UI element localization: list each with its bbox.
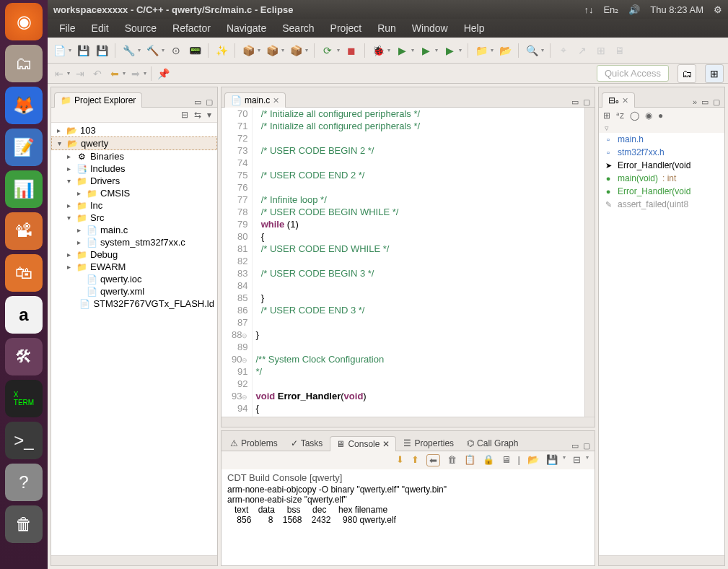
tree-item[interactable]: 📄qwerty.ioc: [51, 273, 217, 285]
switch-icon[interactable]: ⊟: [573, 454, 581, 466]
code-editor[interactable]: 70717273747576777879808182838485868788⊖8…: [222, 108, 584, 417]
xterm-icon[interactable]: XTERM: [5, 380, 43, 417]
tree-item[interactable]: ▸📁Inc: [51, 199, 217, 212]
tab-callgraph[interactable]: ⌬Call Graph: [461, 436, 524, 451]
scrollbar-v[interactable]: [584, 108, 595, 417]
scrollbar-h[interactable]: [222, 417, 595, 427]
tree-item[interactable]: ▸📁EWARM: [51, 261, 217, 273]
tree-item[interactable]: ▸📁Debug: [51, 248, 217, 261]
menu-run[interactable]: Run: [370, 20, 403, 36]
hide-nonpublic-icon[interactable]: ●: [658, 110, 663, 121]
language-icon[interactable]: En₂: [603, 4, 618, 15]
menu-file[interactable]: File: [52, 20, 83, 36]
software-center-icon[interactable]: 🛍: [5, 254, 43, 292]
files-icon[interactable]: 🗂: [5, 45, 43, 82]
toggle3-icon[interactable]: ⊞: [594, 43, 608, 58]
menu-window[interactable]: Window: [405, 20, 455, 36]
tree-item[interactable]: 📄qwerty.xml: [51, 285, 217, 297]
display-icon[interactable]: 🖥: [501, 454, 511, 466]
outline-item[interactable]: ●main(void) : int: [599, 172, 724, 185]
link-icon[interactable]: ⇆: [194, 110, 201, 120]
menu-source[interactable]: Source: [118, 20, 164, 36]
outline-item[interactable]: ▫stm32f7xx.h: [599, 146, 724, 159]
console-output[interactable]: CDT Build Console [qwerty] arm-none-eabi…: [222, 469, 595, 565]
new-icon[interactable]: 📄: [52, 43, 66, 58]
scroll-lock-icon[interactable]: 🔒: [483, 454, 494, 466]
maximize-icon[interactable]: ▢: [583, 441, 590, 451]
hide-fields-icon[interactable]: ◯: [630, 110, 639, 121]
settings-icon[interactable]: 🛠: [5, 338, 43, 375]
maximize-icon[interactable]: ▢: [713, 97, 720, 107]
outline-item[interactable]: ▫main.h: [599, 133, 724, 146]
save-all-icon[interactable]: 💾: [95, 43, 109, 58]
tree-item[interactable]: ▾📂qwerty: [51, 136, 217, 150]
debug-icon[interactable]: 🐞: [371, 43, 385, 58]
clear-icon[interactable]: 📋: [464, 454, 475, 466]
tab-properties[interactable]: ☰Properties: [398, 436, 460, 451]
stop-icon[interactable]: ◼: [344, 43, 359, 58]
amazon-icon[interactable]: a: [5, 296, 43, 334]
toggle1-icon[interactable]: ⌖: [556, 43, 571, 58]
ubuntu-dash-icon[interactable]: ◉: [5, 3, 43, 40]
outline-tree[interactable]: ▫main.h▫stm32f7xx.h➤Error_Handler(void●m…: [599, 133, 724, 555]
minimize-icon[interactable]: ▭: [571, 97, 579, 107]
quick-access-input[interactable]: Quick Access: [597, 65, 669, 82]
prev-console-icon[interactable]: ⬇: [396, 454, 404, 466]
toggle2-icon[interactable]: ↗: [575, 43, 589, 58]
collapse-all-icon[interactable]: ⊟: [181, 110, 188, 120]
wand-icon[interactable]: ✨: [214, 43, 229, 58]
build-icon[interactable]: 🔧: [121, 43, 136, 58]
open-perspective-icon[interactable]: 🗂: [677, 64, 696, 83]
tab-problems[interactable]: ⚠Problems: [224, 436, 284, 451]
save-console-icon[interactable]: 💾: [546, 454, 558, 466]
new-class-icon[interactable]: 📁: [474, 43, 488, 58]
help-icon[interactable]: ?: [5, 464, 43, 501]
sound-icon[interactable]: 🔊: [628, 4, 640, 15]
tree-item[interactable]: ▾📁Drivers: [51, 175, 217, 187]
menu-refactor[interactable]: Refactor: [165, 20, 218, 36]
c-perspective-icon[interactable]: ⊞: [705, 64, 724, 83]
scrollbar-h[interactable]: [599, 555, 724, 565]
open-type-icon[interactable]: 📂: [498, 43, 512, 58]
project-tree[interactable]: ▸📂103▾📂qwerty▸⚙Binaries▸📑Includes▾📁Drive…: [51, 123, 217, 555]
menu-help[interactable]: Help: [457, 20, 492, 36]
pin-console-icon[interactable]: ⬅: [426, 454, 440, 466]
prev-icon[interactable]: ↶: [90, 66, 105, 81]
toggle4-icon[interactable]: 🖥: [613, 43, 627, 58]
editor-tab-main-c[interactable]: 📄 main.c ✕: [224, 92, 286, 108]
trash-icon[interactable]: 🗑: [5, 505, 43, 543]
firefox-icon[interactable]: 🦊: [5, 87, 43, 124]
menu-project[interactable]: Project: [323, 20, 369, 36]
view-menu-icon[interactable]: ▾: [207, 110, 211, 120]
clock[interactable]: Thu 8:23 AM: [650, 4, 703, 15]
run-icon[interactable]: ▶: [395, 43, 409, 58]
menu-edit[interactable]: Edit: [84, 20, 116, 36]
tree-item[interactable]: ▸📂103: [51, 124, 217, 136]
libreoffice-writer-icon[interactable]: 📝: [5, 129, 43, 166]
save-icon[interactable]: 💾: [76, 43, 90, 58]
box1-icon[interactable]: 📦: [241, 43, 255, 58]
outline-item[interactable]: ●Error_Handler(void: [599, 185, 724, 198]
tree-item[interactable]: ▸📄main.c: [51, 224, 217, 236]
next-console-icon[interactable]: ⬆: [411, 454, 419, 466]
maximize-icon[interactable]: ▢: [206, 97, 213, 107]
search-icon[interactable]: 🔍: [525, 43, 539, 58]
tab-console[interactable]: 🖥Console ✕: [330, 436, 396, 451]
tree-item[interactable]: ▾📁Src: [51, 212, 217, 224]
tree-item[interactable]: ▸📁CMSIS: [51, 187, 217, 199]
terminal-icon[interactable]: >_: [5, 422, 43, 459]
refresh-icon[interactable]: ⟳: [320, 43, 335, 58]
libreoffice-calc-icon[interactable]: 📊: [5, 170, 43, 208]
close-icon[interactable]: ✕: [273, 96, 279, 105]
box3-icon[interactable]: 📦: [289, 43, 303, 58]
pin-icon[interactable]: 📌: [156, 66, 170, 81]
menu-navigate[interactable]: Navigate: [219, 20, 273, 36]
outline-item[interactable]: ✎assert_failed(uint8: [599, 198, 724, 211]
close-icon[interactable]: ✕: [382, 439, 390, 449]
scrollbar-h[interactable]: [51, 555, 217, 565]
libreoffice-impress-icon[interactable]: 📽: [5, 212, 43, 250]
forward-icon[interactable]: ➡: [128, 66, 143, 81]
sort-icon[interactable]: ⊞: [603, 110, 610, 121]
close-icon[interactable]: ✕: [622, 96, 628, 105]
az-icon[interactable]: ᵃz: [616, 110, 624, 121]
